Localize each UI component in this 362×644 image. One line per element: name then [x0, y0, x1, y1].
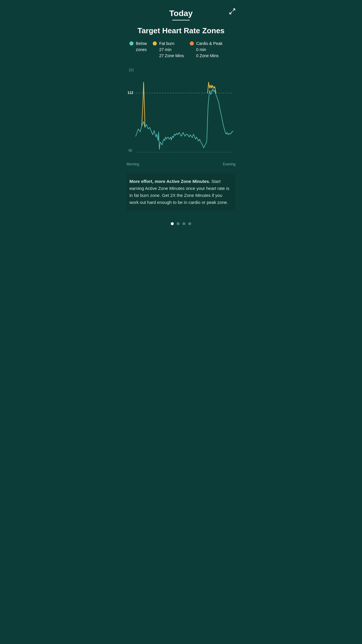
legend-item-cardio-peak: Cardio & Peak0 min0 Zone Mins [190, 41, 222, 59]
legend-item-below: Belowzones [129, 41, 147, 59]
legend-dot-cardio-peak [190, 41, 194, 46]
legend: Belowzones Fat burn27 min27 Zone Mins Ca… [126, 41, 236, 59]
pagination-dots [126, 216, 236, 228]
legend-item-fat-burn: Fat burn27 min27 Zone Mins [153, 41, 184, 59]
section-title: Target Heart Rate Zones [126, 26, 236, 35]
legend-text-below: Belowzones [136, 41, 147, 53]
pagination-dot-4[interactable] [188, 222, 191, 225]
header: Today [126, 9, 236, 20]
svg-line-0 [233, 9, 235, 11]
legend-dot-fat-burn [153, 41, 157, 46]
page-container: Today Target Heart Rate Zones Belowzones… [121, 0, 241, 234]
y-label-min: 60 [129, 149, 132, 153]
pagination-dot-1[interactable] [171, 222, 174, 225]
legend-dot-below [129, 41, 133, 46]
info-box: More effort, more Active Zone Minutes. S… [126, 173, 236, 211]
axis-labels: Morning Evening [126, 161, 236, 167]
header-underline [172, 20, 190, 20]
svg-line-3 [230, 12, 232, 14]
y-label-max: 121 [129, 68, 134, 72]
info-bold-text: More effort, more Active Zone Minutes. [129, 179, 210, 184]
x-label-end: Evening [223, 162, 236, 166]
x-label-start: Morning [126, 162, 139, 166]
y-label-mid: 112 [128, 90, 133, 95]
heart-rate-chart: 121 112 60 [126, 65, 236, 158]
pagination-dot-3[interactable] [182, 222, 185, 225]
collapse-button[interactable] [229, 8, 236, 16]
legend-text-fat-burn: Fat burn27 min27 Zone Mins [159, 41, 184, 59]
pagination-dot-2[interactable] [177, 222, 180, 225]
page-title: Today [126, 9, 236, 18]
legend-text-cardio-peak: Cardio & Peak0 min0 Zone Mins [196, 41, 222, 59]
